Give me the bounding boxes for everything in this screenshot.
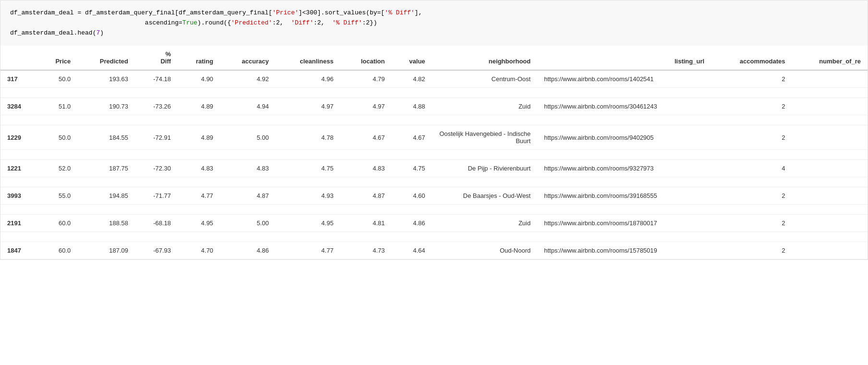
cell-predicted: 184.55 (77, 125, 135, 150)
cell-accommodates: 4 (711, 160, 792, 177)
cell-idx: 3284 (0, 98, 38, 115)
cell-listing-url: https://www.airbnb.com/rooms/9327973 (537, 160, 711, 177)
cell-cleanliness: 4.75 (276, 160, 340, 177)
cell-cleanliness: 4.95 (276, 215, 340, 232)
cell-pct-diff: -68.18 (135, 215, 178, 232)
code-line1: df_amsterdam_deal = df_amsterdam_query_f… (10, 9, 422, 36)
cell-pct-diff: -72.30 (135, 160, 178, 177)
cell-listing-url: https://www.airbnb.com/rooms/15785019 (537, 242, 711, 259)
cell-pct-diff: -73.26 (135, 98, 178, 115)
table-row: 2191 60.0 188.58 -68.18 4.95 5.00 4.95 4… (0, 215, 868, 232)
cell-price: 60.0 (38, 215, 77, 232)
cell-accuracy: 5.00 (220, 125, 276, 150)
col-header-rating: rating (178, 46, 220, 70)
col-header-location: location (340, 46, 392, 70)
cell-neighborhood: Oostelijk Havengebied - Indische Buurt (432, 125, 538, 150)
cell-predicted: 193.63 (77, 70, 135, 88)
cell-pct-diff: -74.18 (135, 70, 178, 88)
cell-rating: 4.89 (178, 125, 220, 150)
cell-rating: 4.83 (178, 160, 220, 177)
cell-cleanliness: 4.97 (276, 98, 340, 115)
cell-price: 60.0 (38, 242, 77, 259)
col-header-price: Price (38, 46, 77, 70)
cell-idx: 1847 (0, 242, 38, 259)
cell-neighborhood: De Baarsjes - Oud-West (432, 187, 538, 205)
cell-number-of-re (792, 70, 868, 88)
table-row: 3284 51.0 190.73 -73.26 4.89 4.94 4.97 4… (0, 98, 868, 115)
col-header-number-of-re: number_of_re (792, 46, 868, 70)
col-header-accuracy: accuracy (220, 46, 276, 70)
cell-neighborhood: Oud-Noord (432, 242, 538, 259)
col-header-accommodates: accommodates (711, 46, 792, 70)
cell-accuracy: 5.00 (220, 215, 276, 232)
cell-rating: 4.89 (178, 98, 220, 115)
table-header-row: Price Predicted %Diff rating accuracy cl… (0, 46, 868, 70)
cell-value: 4.60 (392, 187, 432, 205)
cell-location: 4.97 (340, 98, 392, 115)
cell-rating: 4.77 (178, 187, 220, 205)
cell-accommodates: 2 (711, 98, 792, 115)
cell-pct-diff: -67.93 (135, 242, 178, 259)
cell-price: 50.0 (38, 125, 77, 150)
cell-accommodates: 2 (711, 125, 792, 150)
cell-value: 4.64 (392, 242, 432, 259)
cell-accuracy: 4.92 (220, 70, 276, 88)
cell-accommodates: 2 (711, 70, 792, 88)
code-cell: df_amsterdam_deal = df_amsterdam_query_f… (0, 0, 868, 46)
cell-predicted: 187.75 (77, 160, 135, 177)
cell-value: 4.67 (392, 125, 432, 150)
cell-accuracy: 4.87 (220, 187, 276, 205)
col-header-pct-diff: %Diff (135, 46, 178, 70)
cell-accommodates: 2 (711, 215, 792, 232)
cell-listing-url: https://www.airbnb.com/rooms/18780017 (537, 215, 711, 232)
cell-accommodates: 2 (711, 242, 792, 259)
cell-accuracy: 4.86 (220, 242, 276, 259)
cell-location: 4.87 (340, 187, 392, 205)
cell-neighborhood: Zuid (432, 215, 538, 232)
cell-location: 4.81 (340, 215, 392, 232)
cell-pct-diff: -72.91 (135, 125, 178, 150)
cell-accuracy: 4.83 (220, 160, 276, 177)
cell-number-of-re (792, 160, 868, 177)
cell-value: 4.75 (392, 160, 432, 177)
col-header-listing-url: listing_url (537, 46, 711, 70)
col-header-value: value (392, 46, 432, 70)
table-row: 317 50.0 193.63 -74.18 4.90 4.92 4.96 4.… (0, 70, 868, 88)
cell-location: 4.73 (340, 242, 392, 259)
cell-accuracy: 4.94 (220, 98, 276, 115)
cell-listing-url: https://www.airbnb.com/rooms/39168555 (537, 187, 711, 205)
cell-number-of-re (792, 98, 868, 115)
cell-predicted: 194.85 (77, 187, 135, 205)
cell-idx: 3993 (0, 187, 38, 205)
cell-neighborhood: Centrum-Oost (432, 70, 538, 88)
cell-neighborhood: De Pijp - Rivierenbuurt (432, 160, 538, 177)
cell-value: 4.86 (392, 215, 432, 232)
cell-listing-url: https://www.airbnb.com/rooms/30461243 (537, 98, 711, 115)
col-header-idx (0, 46, 38, 70)
cell-predicted: 188.58 (77, 215, 135, 232)
table-row: 1229 50.0 184.55 -72.91 4.89 5.00 4.78 4… (0, 125, 868, 150)
cell-location: 4.67 (340, 125, 392, 150)
cell-pct-diff: -71.77 (135, 187, 178, 205)
col-header-neighborhood: neighborhood (432, 46, 538, 70)
table-row: 1221 52.0 187.75 -72.30 4.83 4.83 4.75 4… (0, 160, 868, 177)
cell-rating: 4.95 (178, 215, 220, 232)
cell-rating: 4.70 (178, 242, 220, 259)
cell-cleanliness: 4.78 (276, 125, 340, 150)
cell-number-of-re (792, 125, 868, 150)
cell-price: 50.0 (38, 70, 77, 88)
cell-value: 4.88 (392, 98, 432, 115)
table-row: 1847 60.0 187.09 -67.93 4.70 4.86 4.77 4… (0, 242, 868, 259)
cell-predicted: 190.73 (77, 98, 135, 115)
cell-cleanliness: 4.96 (276, 70, 340, 88)
data-table: Price Predicted %Diff rating accuracy cl… (0, 46, 868, 259)
cell-idx: 2191 (0, 215, 38, 232)
cell-listing-url: https://www.airbnb.com/rooms/1402541 (537, 70, 711, 88)
cell-price: 51.0 (38, 98, 77, 115)
cell-idx: 1221 (0, 160, 38, 177)
cell-price: 55.0 (38, 187, 77, 205)
col-header-cleanliness: cleanliness (276, 46, 340, 70)
cell-neighborhood: Zuid (432, 98, 538, 115)
table-row: 3993 55.0 194.85 -71.77 4.77 4.87 4.93 4… (0, 187, 868, 205)
cell-idx: 317 (0, 70, 38, 88)
